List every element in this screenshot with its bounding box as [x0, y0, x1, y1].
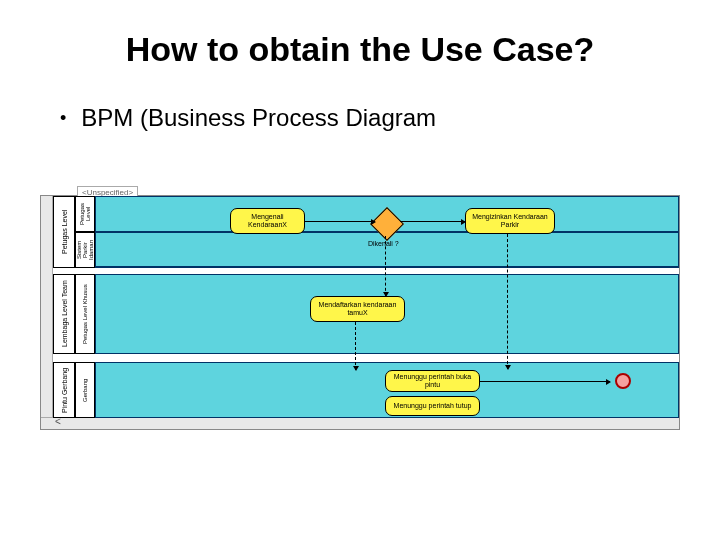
task-box[interactable]: Mendaftarkan kendaraan tamuX [310, 296, 405, 322]
task-box[interactable]: Menunggu perintah tutup [385, 396, 480, 416]
scrollbar-horizontal[interactable] [41, 417, 679, 429]
gateway-label: Dikenali ? [368, 240, 399, 247]
end-event[interactable] [615, 373, 631, 389]
flow-arrow [305, 221, 375, 222]
message-flow [507, 234, 508, 369]
task-box[interactable]: Menunggu perintah buka pintu [385, 370, 480, 392]
swim-area: Mengenali KendaraanX Dikenali ? Mengizin… [95, 196, 679, 417]
pool-labels: Petugas Level Lembaga Level Team Pintu G… [53, 196, 75, 417]
flow-arrow [400, 221, 465, 222]
flow-arrow [480, 381, 610, 382]
bullet-item: BPM (Business Process Diagram [60, 104, 660, 132]
lane-label: Gerbang [75, 362, 95, 418]
scrollbar-vertical[interactable] [41, 196, 53, 417]
message-flow [355, 322, 356, 370]
bullet-text: BPM (Business Process Diagram [81, 104, 436, 132]
lane-label: Petugas Level [75, 196, 95, 232]
lane-label: Petugas Level Khusus [75, 274, 95, 354]
pool-label: Petugas Level [53, 196, 75, 268]
task-box[interactable]: Mengizinkan Kendaraan Parkir [465, 208, 555, 234]
lane-label: Sistem Parkir Idaman [75, 232, 95, 268]
lane-labels: Petugas Level Sistem Parkir Idaman Petug… [75, 196, 95, 417]
message-flow [385, 236, 386, 296]
pool-gap [95, 354, 679, 362]
pool-label: Pintu Gerbang [53, 362, 75, 418]
pool-label: Lembaga Level Team [53, 274, 75, 354]
bpmn-diagram: <Unspecified> Petugas Level Lembaga Leve… [40, 195, 680, 430]
task-box[interactable]: Mengenali KendaraanX [230, 208, 305, 234]
slide-title: How to obtain the Use Case? [60, 30, 660, 69]
